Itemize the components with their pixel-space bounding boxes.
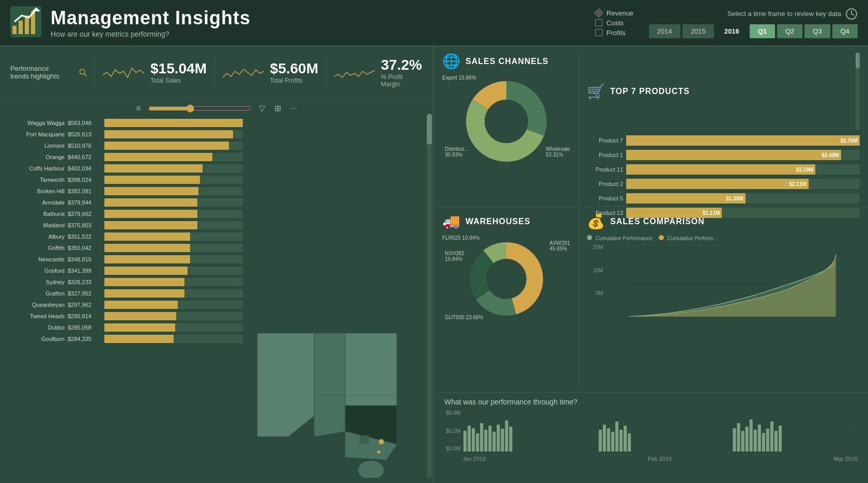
svg-rect-37	[488, 426, 491, 451]
comparison-chart	[605, 244, 860, 317]
svg-rect-56	[754, 430, 757, 451]
header: Management Insights How are our key metr…	[0, 0, 868, 46]
main-content: Performance trends highlights $15.04M To…	[0, 46, 868, 483]
products-scrollbar[interactable]	[856, 53, 860, 130]
bar-row: Armidale$379,944	[10, 198, 243, 207]
warehouses-panel: 🚚 WAREHOUSES FLR025 10.84% NXH38219.84	[434, 207, 579, 392]
year-2015-btn[interactable]: 2015	[683, 24, 714, 38]
q3-btn[interactable]: Q3	[804, 24, 830, 38]
svg-rect-39	[497, 425, 500, 451]
legend-icon-costs	[595, 19, 602, 26]
bar-row: Queanbeyan$297,962	[10, 301, 243, 309]
map-filter-btn[interactable]: ≡	[134, 103, 143, 114]
product-name-label: Product 2	[587, 181, 623, 187]
performance-bars-area: Jan 2016 Feb 2016 Mar 2016	[462, 410, 858, 462]
bar-amount-label: $526,613	[68, 131, 101, 137]
kpi-total-sales: $15.04M Total Sales	[103, 60, 207, 84]
product-bar-row: Product 1$2.49M	[587, 150, 860, 160]
bar-row: Maitland$375,803	[10, 221, 243, 229]
performance-y-labels: $0.4M $0.2M $0.0M	[444, 410, 462, 451]
kpi-total-profits: $5.60M Total Profits	[223, 60, 318, 84]
bar-background	[104, 142, 243, 150]
bar-fill	[104, 255, 190, 263]
svg-rect-31	[463, 431, 467, 451]
bar-fill	[104, 176, 200, 184]
map-filter-icon-btn[interactable]: ▽	[257, 102, 267, 114]
products-scroll-thumb[interactable]	[856, 53, 860, 68]
bar-row: Lismore$510,976	[10, 142, 243, 150]
products-list: Product 7$2.70MProduct 1$2.49MProduct 11…	[587, 135, 860, 218]
sales-comparison-header: 💰 SALES COMPARISON	[587, 213, 860, 230]
bar-background	[104, 301, 243, 309]
bar-city-label: Orange	[10, 154, 65, 160]
bar-background	[104, 244, 243, 252]
bar-amount-label: $327,952	[68, 290, 101, 297]
bar-fill	[104, 278, 184, 286]
distribut-label: Distribut...30.83%	[445, 146, 468, 158]
svg-point-9	[358, 461, 384, 478]
sales-channels-chart: Export 15.86% Distribut...30.83% Wholesa…	[442, 75, 570, 168]
year-2014-btn[interactable]: 2014	[649, 24, 680, 38]
bar-row: Dubbo$285,058	[10, 323, 243, 332]
sales-comparison-panel: 💰 SALES COMPARISON Cumulative Performanc…	[579, 207, 868, 392]
kpi-divider-2	[214, 57, 215, 88]
map-more-btn[interactable]: ···	[288, 103, 299, 114]
cart-icon: 🛒	[587, 83, 605, 100]
scrollbar-thumb[interactable]	[427, 114, 432, 145]
svg-rect-43	[599, 430, 602, 451]
total-profits-label: Total Profits	[270, 77, 318, 84]
product-bar-background: $2.19M	[626, 164, 860, 175]
title-block: Management Insights How are our key metr…	[51, 7, 580, 38]
bar-fill	[104, 210, 197, 218]
top-products-panel: 🛒 TOP 7 PRODUCTS Product 7$2.70MProduct …	[579, 46, 868, 206]
top-products-title: TOP 7 PRODUCTS	[610, 87, 690, 96]
svg-rect-10	[360, 435, 369, 444]
wholesale-label: Wholesale53.31%	[546, 146, 570, 158]
q1-btn[interactable]: Q1	[750, 24, 775, 38]
bar-fill	[104, 312, 176, 320]
bar-amount-label: $297,962	[68, 302, 101, 308]
bar-fill	[104, 267, 188, 275]
bar-background	[104, 210, 243, 218]
q2-btn[interactable]: Q2	[777, 24, 802, 38]
warehouses-title: WAREHOUSES	[466, 217, 531, 226]
svg-rect-54	[746, 427, 749, 451]
bar-row: Bathurst$379,662	[10, 210, 243, 218]
comparison-chart-area: 20M 10M 0M	[587, 244, 860, 317]
map-expand-btn[interactable]: ⊞	[272, 102, 283, 114]
bar-row: Newcastle$348,815	[10, 255, 243, 263]
svg-rect-34	[476, 433, 479, 451]
bar-row: Sydney$328,233	[10, 278, 243, 286]
comparison-legend: Cumulative Performance Cumulative Perfor…	[587, 235, 860, 241]
svg-rect-46	[611, 432, 614, 451]
product-bar-background: $2.49M	[626, 150, 860, 160]
bar-city-label: Wagga Wagga	[10, 120, 65, 126]
svg-rect-50	[628, 433, 631, 451]
sales-donut-chart	[460, 75, 553, 168]
svg-rect-3	[25, 15, 29, 34]
scrollbar-track	[427, 114, 432, 478]
top-products-header: 🛒 TOP 7 PRODUCTS	[587, 53, 860, 130]
page-title: Management Insights	[51, 7, 580, 29]
q4-btn[interactable]: Q4	[832, 24, 858, 38]
svg-point-15	[377, 450, 380, 454]
bar-background	[104, 198, 243, 207]
bar-amount-label: $388,024	[68, 177, 101, 183]
product-bar-row: Product 2$2.11M	[587, 179, 860, 189]
year-2016-btn[interactable]: 2016	[716, 24, 748, 38]
legend-dot-1	[587, 235, 592, 240]
bar-fill	[104, 335, 174, 343]
map-area: ≡ ▽ ⊞ ··· Wagga Wagga$563,048Port Macqua…	[0, 98, 433, 483]
bar-amount-label: $382,081	[68, 188, 101, 194]
sales-channels-panel: 🌐 SALES CHANNELS Export 15.86% Distribut	[434, 46, 579, 206]
map-slider[interactable]	[148, 104, 252, 113]
svg-rect-60	[770, 422, 773, 451]
profit-margin-value: 37.2%	[381, 57, 423, 73]
logo	[10, 6, 41, 39]
bar-row: Albury$351,522	[10, 232, 243, 241]
bar-background	[104, 164, 243, 173]
bar-city-label: Grafton	[10, 290, 65, 297]
map-controls: ≡ ▽ ⊞ ···	[0, 102, 433, 114]
svg-rect-47	[615, 422, 618, 451]
bar-amount-label: $440,672	[68, 154, 101, 160]
